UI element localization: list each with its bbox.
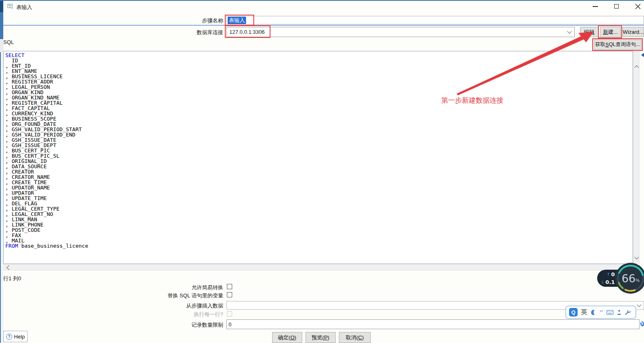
step-name-label: 步骤名称 (202, 17, 223, 24)
sql-code: SELECT ID, ENT_ID, ENT_NAME, BUSINESS_LI… (4, 51, 633, 248)
upload-arrow-icon: ↑ (607, 272, 610, 277)
allow-simple-conversion-label: 允许简易转换 (191, 284, 223, 291)
ime-toolbar[interactable]: Q 英 ’’ (565, 306, 636, 319)
scroll-left-icon[interactable] (7, 265, 11, 270)
sql-vertical-scrollbar[interactable] (633, 51, 640, 264)
titlebar: 表输入 (3, 1, 644, 13)
help-icon: ? (6, 334, 12, 340)
new-connection-button[interactable]: 新建... (600, 27, 621, 37)
get-sql-button[interactable]: 获取SQL查询语句... (594, 40, 642, 50)
annotation-text: 第一步新建数据连接 (441, 96, 503, 105)
upload-speed-value: 0 (611, 271, 615, 277)
execute-each-row-label: 执行每一行? (194, 311, 223, 318)
table-input-dialog: 表输入 步骤名称 表输入 数据库连接 127.0.0.1:3306 编辑 新建.… (0, 0, 644, 343)
ime-person-icon[interactable] (617, 310, 622, 315)
wizard-button[interactable]: Wizard... (622, 27, 644, 37)
close-button[interactable] (635, 4, 641, 9)
help-button[interactable]: ? Help (3, 331, 28, 342)
minimize-button[interactable] (593, 6, 598, 7)
db-combo-chevron-icon[interactable] (567, 29, 571, 33)
ime-language-mode[interactable]: 英 (581, 308, 587, 317)
system-monitor-ball[interactable]: 66 % (615, 263, 644, 294)
db-connection-combo[interactable]: 127.0.0.1:3306 (226, 27, 575, 37)
download-arrow-icon: ↓ (601, 280, 604, 284)
cursor-position-status: 行1 列0 (3, 275, 21, 282)
memory-percent-unit: % (635, 278, 640, 283)
dock-panel-arrow-icon[interactable] (640, 52, 644, 58)
sql-horizontal-scrollbar[interactable] (4, 264, 633, 270)
step-name-input[interactable]: 表输入 (226, 16, 644, 24)
scroll-down-icon[interactable] (634, 255, 639, 259)
header-separator (3, 25, 644, 26)
row-limit-value: 0 (229, 321, 231, 328)
replace-variables-label: 替换 SQL 语句里的变量 (167, 292, 223, 299)
memory-percent-value: 66 (622, 272, 635, 285)
insert-data-from-step-label: 从步骤插入数据 (186, 302, 223, 310)
window-title: 表输入 (16, 4, 32, 11)
cancel-button[interactable]: 取消(C) (339, 332, 371, 343)
sql-section-label: SQL (3, 39, 14, 45)
preview-button[interactable]: 预览(P) (306, 332, 336, 343)
allow-simple-conversion-checkbox[interactable] (227, 284, 232, 289)
db-connection-value: 127.0.0.1:3306 (229, 29, 568, 35)
ime-logo-icon[interactable]: Q (569, 308, 578, 317)
scroll-up-icon[interactable] (634, 65, 639, 70)
execute-each-row-checkbox (227, 311, 232, 317)
ime-wrench-icon[interactable] (625, 310, 631, 315)
row-limit-label: 记录数量限制 (191, 321, 223, 329)
maximize-button[interactable] (614, 4, 619, 9)
ime-moon-icon[interactable] (591, 310, 596, 315)
replace-variables-checkbox[interactable] (227, 292, 232, 297)
ok-button[interactable]: 确定(O) (272, 332, 302, 343)
table-input-icon (7, 4, 13, 11)
background-app-strip (0, 1, 3, 343)
variable-dollar-icon: $ (640, 321, 644, 327)
ime-punctuation-icon[interactable]: ’’ (600, 309, 603, 315)
db-connection-label: 数据库连接 (197, 29, 223, 36)
sql-editor[interactable]: SELECT ID, ENT_ID, ENT_NAME, BUSINESS_LI… (3, 51, 633, 264)
download-speed-value: 0.1 (605, 279, 615, 285)
step-name-selected-text: 表输入 (228, 17, 246, 24)
insert-data-chevron-icon[interactable] (637, 302, 641, 307)
edit-connection-button[interactable]: 编辑 (580, 27, 598, 37)
ime-keyboard-icon[interactable] (607, 310, 613, 315)
row-limit-input[interactable]: 0 (226, 319, 640, 329)
